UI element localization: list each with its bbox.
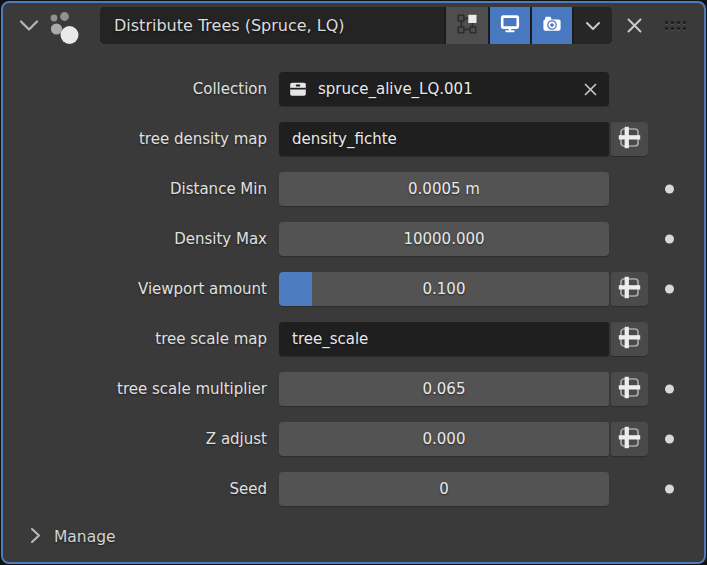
field-value: 0.0005 m	[279, 180, 609, 198]
input-attribute-toggle-button[interactable]	[611, 372, 648, 406]
modifier-row: Collection spruce_alive_LQ.001	[3, 72, 704, 106]
close-icon	[624, 15, 645, 36]
field-value: density_fichte	[279, 130, 397, 148]
input-attribute-toggle-button[interactable]	[611, 272, 648, 306]
collection-field[interactable]: spruce_alive_LQ.001	[279, 72, 609, 106]
field-value: 0.000	[279, 430, 609, 448]
field-label: Density Max	[3, 230, 267, 248]
tree-scale-map-field[interactable]: tree_scale	[279, 322, 609, 356]
geometry-nodes-modifier-panel: Distribute Trees (Spruce, LQ)	[1, 1, 706, 564]
spreadsheet-icon	[618, 426, 641, 453]
modifier-row: Distance Min 0.0005 m	[3, 172, 704, 206]
field-label: Collection	[3, 80, 267, 98]
chevron-down-icon	[585, 16, 601, 35]
modifier-row: Z adjust 0.000	[3, 422, 704, 456]
density-max-field[interactable]: 10000.000	[279, 222, 609, 256]
modifier-row: tree density map density_fichte	[3, 122, 704, 156]
modifier-row: Density Max 10000.000	[3, 222, 704, 256]
z-adjust-field[interactable]: 0.000	[279, 422, 609, 456]
spreadsheet-icon	[618, 276, 641, 303]
edit-mode-display-toggle[interactable]	[446, 7, 488, 44]
keyframe-dot[interactable]	[665, 485, 674, 494]
seed-field[interactable]: 0	[279, 472, 609, 506]
keyframe-dot[interactable]	[665, 235, 674, 244]
modifier-name-input[interactable]: Distribute Trees (Spruce, LQ)	[100, 7, 444, 44]
chevron-right-icon	[30, 527, 41, 548]
collection-icon	[288, 79, 308, 99]
modifier-row: Viewport amount 0.100	[3, 272, 704, 306]
viewport-display-toggle[interactable]	[490, 7, 530, 44]
keyframe-dot[interactable]	[665, 285, 674, 294]
field-label: Seed	[3, 480, 267, 498]
field-label: Z adjust	[3, 430, 267, 448]
tree-scale-multiplier-field[interactable]: 0.065	[279, 372, 609, 406]
field-label: Distance Min	[3, 180, 267, 198]
camera-icon	[541, 13, 563, 39]
spreadsheet-icon	[618, 376, 641, 403]
field-label: tree scale map	[3, 330, 267, 348]
modifier-name-group: Distribute Trees (Spruce, LQ)	[100, 7, 612, 44]
field-value: spruce_alive_LQ.001	[318, 80, 473, 98]
render-display-toggle[interactable]	[532, 7, 572, 44]
input-attribute-toggle-button[interactable]	[611, 122, 648, 156]
input-attribute-toggle-button[interactable]	[611, 322, 648, 356]
drag-grip[interactable]	[665, 21, 686, 30]
field-value: 0.065	[279, 380, 609, 398]
extras-menu-button[interactable]	[574, 7, 612, 44]
clear-collection-icon[interactable]	[582, 81, 609, 98]
keyframe-dot[interactable]	[665, 385, 674, 394]
monitor-icon	[499, 13, 521, 39]
keyframe-dot[interactable]	[665, 435, 674, 444]
input-attribute-toggle-button[interactable]	[611, 422, 648, 456]
spreadsheet-icon	[618, 126, 641, 153]
blender-modifier-panel: Distribute Trees (Spruce, LQ)	[0, 0, 707, 565]
field-label: tree scale multiplier	[3, 380, 267, 398]
distance-min-field[interactable]: 0.0005 m	[279, 172, 609, 206]
viewport-amount-slider[interactable]: 0.100	[279, 272, 609, 306]
edit-mode-icon	[456, 13, 478, 39]
field-label: tree density map	[3, 130, 267, 148]
modifier-row: Seed 0	[3, 472, 704, 506]
modifier-row: tree scale multiplier 0.065	[3, 372, 704, 406]
field-value: 0	[279, 480, 609, 498]
geometry-nodes-icon	[46, 10, 82, 46]
spreadsheet-icon	[618, 326, 641, 353]
subpanel-manage[interactable]: Manage	[3, 523, 704, 551]
keyframe-dot[interactable]	[665, 185, 674, 194]
modifier-header: Distribute Trees (Spruce, LQ)	[3, 3, 704, 48]
subpanel-label: Manage	[54, 528, 116, 546]
modifier-rows: Collection spruce_alive_LQ.001 tree dens…	[3, 48, 704, 506]
panel-expand-chevron-icon[interactable]	[17, 14, 41, 38]
field-value: 10000.000	[279, 230, 609, 248]
field-label: Viewport amount	[3, 280, 267, 298]
tree-density-map-field[interactable]: density_fichte	[279, 122, 609, 156]
modifier-row: tree scale map tree_scale	[3, 322, 704, 356]
field-value: tree_scale	[279, 330, 368, 348]
field-value: 0.100	[279, 280, 609, 298]
remove-modifier-button[interactable]	[619, 11, 649, 41]
